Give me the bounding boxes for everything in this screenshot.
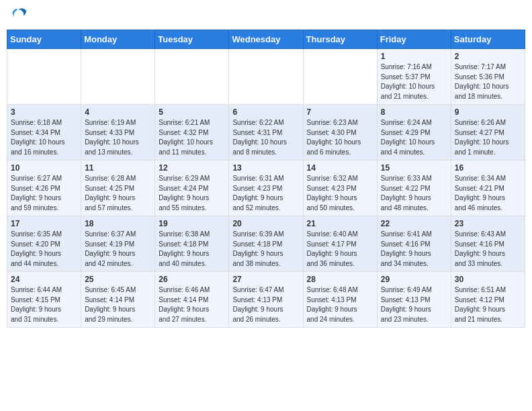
- calendar-cell: 24Sunrise: 6:44 AM Sunset: 4:15 PM Dayli…: [7, 272, 81, 328]
- day-info: Sunrise: 6:28 AM Sunset: 4:25 PM Dayligh…: [85, 174, 151, 213]
- calendar-cell: 23Sunrise: 6:43 AM Sunset: 4:16 PM Dayli…: [451, 216, 525, 272]
- day-number: 14: [307, 163, 373, 173]
- calendar-cell: [7, 49, 81, 105]
- day-info: Sunrise: 6:27 AM Sunset: 4:26 PM Dayligh…: [11, 174, 77, 213]
- day-number: 10: [11, 163, 77, 173]
- calendar-cell: [229, 49, 303, 105]
- calendar-cell: 21Sunrise: 6:40 AM Sunset: 4:17 PM Dayli…: [303, 216, 377, 272]
- calendar-cell: 5Sunrise: 6:21 AM Sunset: 4:32 PM Daylig…: [155, 105, 229, 161]
- day-number: 11: [85, 163, 151, 173]
- day-number: 19: [159, 219, 225, 228]
- day-info: Sunrise: 6:46 AM Sunset: 4:14 PM Dayligh…: [159, 285, 225, 324]
- day-info: Sunrise: 6:24 AM Sunset: 4:29 PM Dayligh…: [381, 118, 447, 157]
- calendar-cell: 25Sunrise: 6:45 AM Sunset: 4:14 PM Dayli…: [81, 272, 155, 328]
- day-info: Sunrise: 6:31 AM Sunset: 4:23 PM Dayligh…: [232, 174, 299, 213]
- calendar-cell: 3Sunrise: 6:18 AM Sunset: 4:34 PM Daylig…: [7, 105, 81, 161]
- week-row-5: 24Sunrise: 6:44 AM Sunset: 4:15 PM Dayli…: [7, 272, 525, 328]
- week-row-2: 3Sunrise: 6:18 AM Sunset: 4:34 PM Daylig…: [7, 105, 525, 161]
- day-info: Sunrise: 6:48 AM Sunset: 4:13 PM Dayligh…: [307, 285, 373, 324]
- week-row-3: 10Sunrise: 6:27 AM Sunset: 4:26 PM Dayli…: [7, 161, 525, 216]
- weekday-header-monday: Monday: [81, 30, 155, 49]
- day-info: Sunrise: 6:39 AM Sunset: 4:18 PM Dayligh…: [232, 230, 299, 269]
- day-number: 6: [232, 107, 299, 117]
- calendar-cell: 16Sunrise: 6:34 AM Sunset: 4:21 PM Dayli…: [451, 161, 525, 216]
- calendar-cell: 6Sunrise: 6:22 AM Sunset: 4:31 PM Daylig…: [229, 105, 303, 161]
- day-info: Sunrise: 6:41 AM Sunset: 4:16 PM Dayligh…: [381, 230, 447, 269]
- calendar-cell: 19Sunrise: 6:38 AM Sunset: 4:18 PM Dayli…: [155, 216, 229, 272]
- day-number: 20: [232, 219, 299, 228]
- calendar-cell: 11Sunrise: 6:28 AM Sunset: 4:25 PM Dayli…: [81, 161, 155, 216]
- calendar-cell: 4Sunrise: 6:19 AM Sunset: 4:33 PM Daylig…: [81, 105, 155, 161]
- day-number: 15: [381, 163, 447, 173]
- day-number: 5: [159, 107, 225, 117]
- calendar-cell: 20Sunrise: 6:39 AM Sunset: 4:18 PM Dayli…: [229, 216, 303, 272]
- day-info: Sunrise: 6:40 AM Sunset: 4:17 PM Dayligh…: [307, 230, 373, 269]
- weekday-header-saturday: Saturday: [451, 30, 525, 49]
- weekday-header-wednesday: Wednesday: [229, 30, 303, 49]
- day-info: Sunrise: 6:32 AM Sunset: 4:23 PM Dayligh…: [307, 174, 373, 213]
- weekday-header-friday: Friday: [377, 30, 451, 49]
- day-number: 28: [307, 275, 373, 284]
- day-number: 30: [455, 275, 521, 284]
- day-number: 17: [11, 219, 77, 228]
- calendar-cell: 12Sunrise: 6:29 AM Sunset: 4:24 PM Dayli…: [155, 161, 229, 216]
- day-number: 25: [85, 275, 151, 284]
- day-info: Sunrise: 6:29 AM Sunset: 4:24 PM Dayligh…: [159, 174, 225, 213]
- calendar-cell: [81, 49, 155, 105]
- page-header: [7, 7, 525, 26]
- day-info: Sunrise: 6:34 AM Sunset: 4:21 PM Dayligh…: [455, 174, 521, 213]
- calendar-cell: [155, 49, 229, 105]
- calendar-cell: 7Sunrise: 6:23 AM Sunset: 4:30 PM Daylig…: [303, 105, 377, 161]
- day-number: 12: [159, 163, 225, 173]
- day-info: Sunrise: 7:16 AM Sunset: 5:37 PM Dayligh…: [381, 62, 447, 101]
- weekday-header-sunday: Sunday: [7, 30, 81, 49]
- calendar-cell: 27Sunrise: 6:47 AM Sunset: 4:13 PM Dayli…: [229, 272, 303, 328]
- day-info: Sunrise: 6:18 AM Sunset: 4:34 PM Dayligh…: [11, 118, 77, 157]
- calendar-cell: 29Sunrise: 6:49 AM Sunset: 4:13 PM Dayli…: [377, 272, 451, 328]
- calendar-cell: [303, 49, 377, 105]
- day-number: 29: [381, 275, 447, 284]
- calendar-cell: 17Sunrise: 6:35 AM Sunset: 4:20 PM Dayli…: [7, 216, 81, 272]
- day-number: 24: [11, 275, 77, 284]
- day-info: Sunrise: 6:26 AM Sunset: 4:27 PM Dayligh…: [455, 118, 521, 157]
- day-info: Sunrise: 6:43 AM Sunset: 4:16 PM Dayligh…: [455, 230, 521, 269]
- bird-icon: [9, 7, 28, 26]
- calendar-table: SundayMondayTuesdayWednesdayThursdayFrid…: [7, 30, 525, 328]
- day-number: 18: [85, 219, 151, 228]
- day-number: 16: [455, 163, 521, 173]
- weekday-header-tuesday: Tuesday: [155, 30, 229, 49]
- day-number: 23: [455, 219, 521, 228]
- day-number: 1: [381, 52, 447, 61]
- day-info: Sunrise: 6:35 AM Sunset: 4:20 PM Dayligh…: [11, 230, 77, 269]
- day-number: 22: [381, 219, 447, 228]
- day-number: 21: [307, 219, 373, 228]
- calendar-cell: 15Sunrise: 6:33 AM Sunset: 4:22 PM Dayli…: [377, 161, 451, 216]
- calendar-cell: 28Sunrise: 6:48 AM Sunset: 4:13 PM Dayli…: [303, 272, 377, 328]
- day-info: Sunrise: 6:37 AM Sunset: 4:19 PM Dayligh…: [85, 230, 151, 269]
- day-info: Sunrise: 6:49 AM Sunset: 4:13 PM Dayligh…: [381, 285, 447, 324]
- day-info: Sunrise: 7:17 AM Sunset: 5:36 PM Dayligh…: [455, 62, 521, 101]
- weekday-header-row: SundayMondayTuesdayWednesdayThursdayFrid…: [7, 30, 525, 49]
- day-info: Sunrise: 6:33 AM Sunset: 4:22 PM Dayligh…: [381, 174, 447, 213]
- week-row-4: 17Sunrise: 6:35 AM Sunset: 4:20 PM Dayli…: [7, 216, 525, 272]
- calendar-cell: 13Sunrise: 6:31 AM Sunset: 4:23 PM Dayli…: [229, 161, 303, 216]
- calendar-cell: 30Sunrise: 6:51 AM Sunset: 4:12 PM Dayli…: [451, 272, 525, 328]
- day-info: Sunrise: 6:44 AM Sunset: 4:15 PM Dayligh…: [11, 285, 77, 324]
- day-info: Sunrise: 6:19 AM Sunset: 4:33 PM Dayligh…: [85, 118, 151, 157]
- day-info: Sunrise: 6:21 AM Sunset: 4:32 PM Dayligh…: [159, 118, 225, 157]
- calendar-cell: 14Sunrise: 6:32 AM Sunset: 4:23 PM Dayli…: [303, 161, 377, 216]
- day-number: 2: [455, 52, 521, 61]
- day-number: 8: [381, 107, 447, 117]
- day-info: Sunrise: 6:47 AM Sunset: 4:13 PM Dayligh…: [232, 285, 299, 324]
- day-number: 27: [232, 275, 299, 284]
- calendar-cell: 10Sunrise: 6:27 AM Sunset: 4:26 PM Dayli…: [7, 161, 81, 216]
- day-number: 13: [232, 163, 299, 173]
- day-number: 9: [455, 107, 521, 117]
- calendar-cell: 8Sunrise: 6:24 AM Sunset: 4:29 PM Daylig…: [377, 105, 451, 161]
- calendar-cell: 1Sunrise: 7:16 AM Sunset: 5:37 PM Daylig…: [377, 49, 451, 105]
- day-number: 3: [11, 107, 77, 117]
- day-info: Sunrise: 6:45 AM Sunset: 4:14 PM Dayligh…: [85, 285, 151, 324]
- day-number: 7: [307, 107, 373, 117]
- calendar-cell: 2Sunrise: 7:17 AM Sunset: 5:36 PM Daylig…: [451, 49, 525, 105]
- day-info: Sunrise: 6:23 AM Sunset: 4:30 PM Dayligh…: [307, 118, 373, 157]
